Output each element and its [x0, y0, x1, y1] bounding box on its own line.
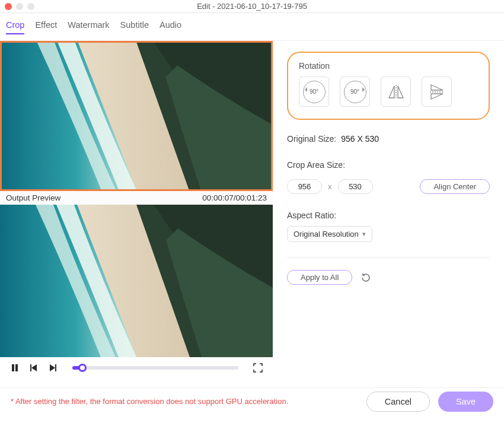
- seek-slider[interactable]: [72, 366, 238, 370]
- titlebar: Edit - 2021-06-10_10-17-19-795: [0, 0, 504, 13]
- svg-marker-9: [389, 86, 394, 98]
- crop-area-label: Crop Area Size:: [287, 160, 345, 170]
- pause-button[interactable]: [9, 362, 20, 373]
- crop-width-input[interactable]: [287, 179, 322, 194]
- step-back-button[interactable]: [28, 362, 39, 373]
- svg-marker-13: [431, 94, 443, 99]
- rotation-label: Rotation: [299, 61, 478, 71]
- flip-vertical-button[interactable]: [422, 77, 452, 107]
- rotate-ccw-button[interactable]: 90°: [299, 77, 329, 107]
- svg-marker-6: [50, 364, 55, 371]
- aspect-ratio-select[interactable]: Original Resolution ▾: [287, 226, 372, 242]
- timecode: 00:00:07/00:01:23: [202, 193, 267, 202]
- flip-horizontal-button[interactable]: [381, 77, 411, 107]
- output-preview-label: Output Preview: [6, 193, 60, 202]
- original-size-label: Original Size:: [287, 134, 336, 144]
- align-center-button[interactable]: Align Center: [420, 179, 490, 194]
- svg-rect-5: [30, 364, 31, 371]
- crop-preview[interactable]: [0, 41, 273, 191]
- preview-column: Output Preview 00:00:07/00:01:23: [0, 41, 273, 387]
- apply-to-all-button[interactable]: Apply to All: [287, 270, 352, 285]
- dimension-separator: x: [328, 182, 332, 191]
- svg-rect-7: [55, 364, 56, 371]
- cancel-button[interactable]: Cancel: [366, 392, 430, 412]
- tab-audio[interactable]: Audio: [160, 20, 181, 34]
- original-size-value: 956 X 530: [341, 134, 379, 144]
- chevron-down-icon: ▾: [362, 230, 366, 238]
- reset-icon[interactable]: [361, 272, 371, 283]
- rotation-group: Rotation 90° 90°: [287, 52, 490, 120]
- footer-bar: * After setting the filter, the format c…: [0, 387, 504, 415]
- svg-rect-2: [12, 364, 14, 371]
- step-forward-button[interactable]: [47, 362, 58, 373]
- playback-controls: [0, 357, 273, 379]
- window-title: Edit - 2021-06-10_10-17-19-795: [0, 2, 504, 11]
- tab-crop[interactable]: Crop: [6, 20, 24, 34]
- divider: [287, 257, 490, 258]
- editor-tabs: Crop Effect Watermark Subtitle Audio: [0, 13, 504, 41]
- svg-rect-3: [15, 364, 18, 371]
- svg-marker-10: [398, 86, 403, 98]
- svg-marker-12: [431, 85, 443, 90]
- aspect-ratio-label: Aspect Ratio:: [287, 211, 336, 220]
- preview-info-bar: Output Preview 00:00:07/00:01:23: [0, 191, 273, 205]
- fullscreen-button[interactable]: [253, 362, 263, 373]
- tab-effect[interactable]: Effect: [35, 20, 57, 34]
- svg-marker-4: [31, 364, 37, 371]
- settings-panel: Rotation 90° 90°: [273, 41, 504, 387]
- rotate-cw-button[interactable]: 90°: [340, 77, 370, 107]
- tab-watermark[interactable]: Watermark: [68, 20, 109, 34]
- tab-subtitle[interactable]: Subtitle: [120, 20, 149, 34]
- crop-height-input[interactable]: [338, 179, 373, 194]
- output-preview: [0, 205, 273, 357]
- gpu-warning: * After setting the filter, the format c…: [11, 397, 358, 406]
- aspect-ratio-value: Original Resolution: [294, 230, 359, 238]
- save-button[interactable]: Save: [438, 392, 493, 412]
